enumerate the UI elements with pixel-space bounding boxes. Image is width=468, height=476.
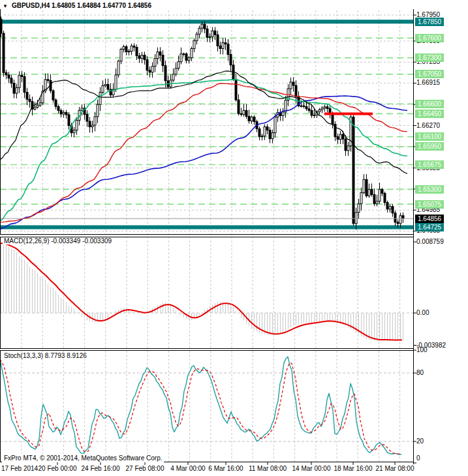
candle-body — [91, 125, 93, 127]
candle-body — [274, 117, 276, 132]
candle-body — [204, 24, 206, 29]
candle-body — [55, 100, 57, 106]
candle-body — [313, 115, 315, 115]
candle-body — [68, 115, 70, 126]
candle-body — [342, 134, 344, 139]
candle-body — [389, 207, 391, 209]
candle-body — [183, 54, 185, 55]
candle-body — [16, 88, 18, 94]
candle-body — [305, 106, 307, 109]
candle-body — [337, 137, 339, 140]
candle-body — [402, 216, 404, 218]
candle-body — [394, 213, 396, 222]
macd-signal-line — [0, 243, 402, 340]
candle-body — [373, 194, 375, 203]
time-axis-label: 27 Feb 08:00 — [126, 465, 164, 472]
candle-body — [104, 84, 106, 85]
price-tick-label: 20 — [416, 438, 424, 445]
candle-body — [326, 107, 328, 109]
candle-body — [222, 42, 224, 48]
candle-body — [76, 120, 78, 130]
green-level-badge: 1.65950 — [415, 142, 444, 151]
candle-body — [99, 93, 101, 105]
chart-title: GBPUSD,H4 1.64805 1.64884 1.64770 1.6485… — [12, 2, 151, 9]
candle-body — [230, 55, 232, 65]
teal-level-badge: 1.67850 — [415, 18, 444, 26]
mt4-chart-window[interactable]: ▼GBPUSD,H4 1.64805 1.64884 1.64770 1.648… — [0, 0, 468, 476]
panel-separator-macd[interactable] — [0, 234, 468, 237]
candle-body — [225, 42, 226, 44]
candle-body — [144, 55, 146, 60]
candle-body — [146, 60, 148, 70]
green-level-badge: 1.66100 — [415, 132, 444, 141]
candle-body — [381, 189, 383, 193]
candle-body — [172, 74, 174, 80]
candle-body — [117, 61, 119, 75]
time-axis-label: 21 Mar 08:00 — [376, 465, 414, 472]
candle-body — [219, 46, 221, 48]
macd-indicator-label: MACD(12,26,9) -0.003349 -0.003309 — [3, 237, 113, 245]
candle-body — [379, 189, 381, 201]
candle-body — [102, 86, 104, 93]
candle-body — [21, 75, 23, 76]
candle-body — [133, 46, 135, 47]
candle-body — [162, 55, 164, 66]
candle-body — [29, 99, 31, 102]
candle-body — [217, 35, 219, 46]
candle-body — [138, 56, 140, 59]
candle-body — [376, 201, 378, 204]
candle-body — [120, 50, 122, 61]
candle-body — [295, 85, 297, 97]
candle-body — [3, 33, 5, 72]
candle-body — [37, 105, 39, 107]
candle-body — [358, 204, 360, 213]
candle-body — [261, 136, 263, 137]
candle-body — [371, 189, 373, 194]
candle-body — [178, 62, 179, 68]
candle-body — [193, 40, 195, 48]
chart-title-bar: ▼GBPUSD,H4 1.64805 1.64884 1.64770 1.648… — [3, 2, 151, 9]
stoch-indicator-label: Stoch(13,3,3) 8.7793 8.9126 — [3, 352, 88, 359]
stoch-k-line — [0, 357, 401, 454]
candle-body — [34, 107, 36, 109]
candle-body — [157, 52, 159, 59]
candle-body — [292, 82, 294, 85]
panel-separator-stoch[interactable] — [0, 348, 468, 351]
candle-body — [227, 44, 229, 54]
candle-body — [196, 34, 198, 40]
candle-body — [290, 82, 292, 89]
candle-body — [57, 106, 59, 110]
candle-body — [18, 75, 20, 87]
candle-body — [368, 189, 370, 196]
time-axis-label: 17 Feb 2014 — [1, 465, 38, 472]
candle-body — [97, 104, 99, 117]
chart-menu-arrow-icon[interactable]: ▼ — [3, 3, 8, 9]
candle-body — [386, 203, 388, 209]
candle-body — [352, 117, 354, 223]
candle-body — [324, 107, 326, 108]
candle-body — [384, 193, 386, 202]
candle-body — [206, 29, 208, 37]
candle-body — [347, 146, 349, 151]
candle-body — [308, 109, 310, 111]
candle-body — [164, 66, 166, 81]
time-axis-label: 11 Mar 08:00 — [249, 465, 287, 472]
candle-body — [188, 58, 190, 61]
candle-body — [399, 216, 401, 224]
candle-body — [5, 72, 7, 75]
green-level-badge: 1.66600 — [415, 100, 444, 108]
time-axis-label: 6 Mar 16:00 — [208, 465, 243, 472]
candle-body — [81, 108, 83, 111]
candle-body — [23, 76, 25, 92]
candle-body — [211, 31, 213, 37]
candle-body — [26, 93, 28, 100]
green-level-badge: 1.65075 — [415, 200, 444, 209]
candle-body — [136, 47, 138, 55]
candle-body — [73, 130, 75, 133]
time-axis-label: 4 Mar 00:00 — [170, 465, 205, 472]
candle-body — [258, 129, 260, 137]
teal-level-badge: 1.64725 — [415, 223, 444, 231]
candle-body — [397, 222, 399, 224]
candle-body — [47, 80, 49, 81]
stoch-d-line — [0, 359, 401, 454]
